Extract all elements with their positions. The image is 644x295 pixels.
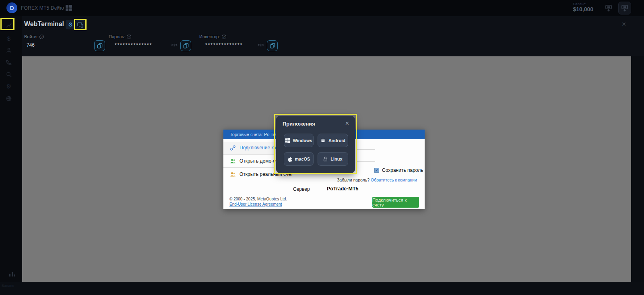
copy-investor-button[interactable] <box>267 40 278 51</box>
password-label: Пароль:? <box>109 34 131 39</box>
search-icon[interactable] <box>4 70 13 79</box>
terminal-header: WebTerminal MT5 ⚙ ✕ Войти:? 746 Пароль:?… <box>22 16 644 56</box>
save-password-checkbox[interactable]: ✓ <box>374 168 379 173</box>
status-bar <box>0 282 644 295</box>
eye-icon[interactable] <box>258 43 264 47</box>
grid-square <box>66 5 68 8</box>
divider <box>223 154 275 155</box>
check-icon: ✓ <box>375 168 378 172</box>
divider <box>223 167 275 168</box>
grid-square <box>69 5 72 8</box>
eula-link[interactable]: End-User License Agreement <box>229 202 282 206</box>
forgot-password-text: Забыли пароль? <box>337 177 369 182</box>
help-icon[interactable]: ? <box>127 35 131 39</box>
real-account-icon <box>230 171 236 177</box>
demo-account-icon <box>230 158 236 164</box>
withdraw-icon <box>621 4 629 12</box>
webterminal-page: D FOREX MT5 Demo ▾ Баланс: $10,000 $ <box>0 0 644 295</box>
portfolio-bars-icon[interactable] <box>9 270 16 277</box>
withdraw-button[interactable] <box>618 2 631 14</box>
grid-square <box>66 8 68 11</box>
trade-dollar-icon[interactable]: $ <box>4 34 13 43</box>
copy-login-button[interactable] <box>94 40 105 51</box>
connect-account-button[interactable]: Подключиться к счету <box>372 197 419 208</box>
balance-value: $10,000 <box>573 6 593 12</box>
left-sidebar: $ ⚙ <box>0 16 22 295</box>
balance-summary: Баланс: $10,000 <box>573 2 593 12</box>
copy-icon <box>270 43 275 49</box>
investor-value[interactable]: ************** <box>205 42 243 48</box>
forgot-password-row: Забыли пароль? Обратитесь к компании <box>337 177 417 182</box>
copy-password-button[interactable] <box>180 40 191 51</box>
deposit-icon[interactable] <box>605 4 613 12</box>
highlight-box-sidebar-icon <box>0 18 14 30</box>
phone-icon[interactable] <box>4 58 13 67</box>
highlight-box-applications-dialog <box>274 114 357 174</box>
close-icon[interactable]: ✕ <box>621 21 626 27</box>
save-password-label: Сохранить пароль <box>382 167 423 173</box>
contact-company-link[interactable]: Обратитесь к компании <box>371 177 417 182</box>
gear-icon: ⚙ <box>68 21 73 28</box>
copy-icon <box>97 43 103 49</box>
apps-grid-icon[interactable] <box>66 5 72 11</box>
server-label: Сервер <box>293 186 310 192</box>
server-value[interactable]: PoTrade-MT5 <box>327 186 359 192</box>
broker-logo-icon: D <box>6 2 17 13</box>
link-icon <box>230 145 236 151</box>
password-field-underline <box>357 161 375 162</box>
footer-balance-label: Баланс <box>2 284 14 288</box>
login-value[interactable]: 746 <box>27 42 35 48</box>
eye-icon[interactable] <box>171 43 178 47</box>
login-label: Войти:? <box>24 34 44 39</box>
copy-icon <box>183 43 189 49</box>
help-icon[interactable]: ? <box>39 35 44 39</box>
help-icon[interactable]: ? <box>222 35 226 39</box>
top-bar: D FOREX MT5 Demo ▾ Баланс: $10,000 <box>0 0 644 16</box>
chevron-down-icon[interactable]: ▾ <box>57 4 60 10</box>
login-field-underline <box>357 149 375 150</box>
balance-label: Баланс: <box>573 2 593 6</box>
globe-icon[interactable] <box>4 94 13 103</box>
gear-icon[interactable]: ⚙ <box>4 82 13 91</box>
highlight-box-applications-button <box>74 19 87 30</box>
investor-label: Инвестор:? <box>199 34 226 39</box>
account-person-icon[interactable] <box>4 46 13 55</box>
password-value[interactable]: ************** <box>115 42 152 48</box>
grid-square <box>69 8 72 11</box>
copyright-text: © 2000 - 2025, MetaQuotes Ltd. <box>229 197 287 201</box>
